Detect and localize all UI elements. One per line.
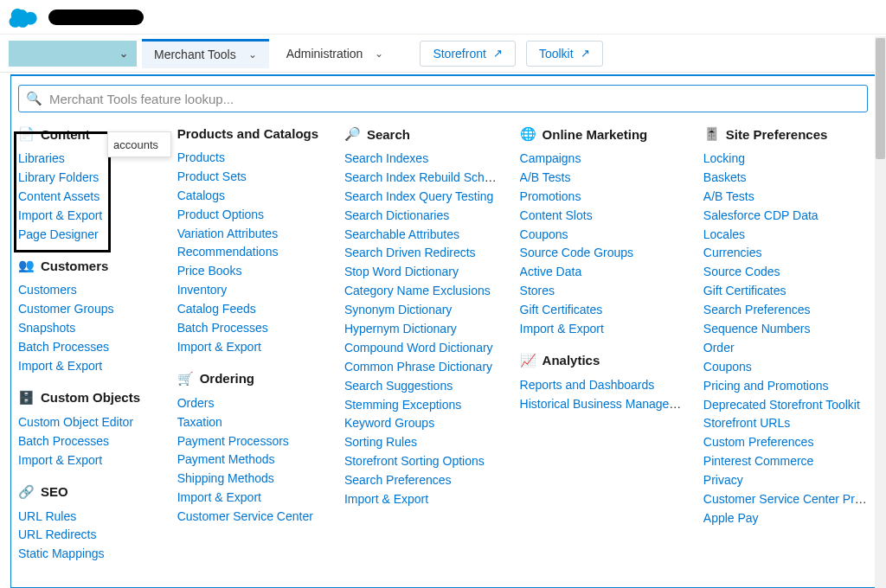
menu-link[interactable]: URL Rules xyxy=(18,509,76,523)
menu-link[interactable]: Searchable Attributes xyxy=(344,227,459,241)
menu-link[interactable]: Content Assets xyxy=(18,189,100,203)
menu-link[interactable]: Libraries xyxy=(18,151,65,165)
menu-link[interactable]: Import & Export xyxy=(18,208,102,222)
menu-link[interactable]: Pricing and Promotions xyxy=(703,379,829,393)
menu-link[interactable]: Privacy xyxy=(703,473,743,487)
menu-link[interactable]: Orders xyxy=(177,396,215,410)
menu-link[interactable]: Pinterest Commerce xyxy=(703,454,814,468)
menu-link[interactable]: Catalog Feeds xyxy=(177,302,256,316)
menu-link[interactable]: Price Books xyxy=(177,264,242,278)
menu-link[interactable]: Hypernym Dictionary xyxy=(344,322,457,336)
menu-link[interactable]: Reports and Dashboards xyxy=(520,378,655,392)
tab-administration[interactable]: Administration ⌄ xyxy=(274,39,396,68)
menu-link[interactable]: Customer Groups xyxy=(18,302,113,316)
menu-link[interactable]: Search Index Query Testing xyxy=(344,189,494,203)
menu-link[interactable]: Products xyxy=(177,150,225,164)
menu-link[interactable]: Search Preferences xyxy=(703,303,811,316)
menu-link[interactable]: Salesforce CDP Data xyxy=(703,208,819,222)
menu-link[interactable]: Product Sets xyxy=(177,169,247,183)
menu-link[interactable]: Search Dictionaries xyxy=(344,208,449,222)
menu-link[interactable]: Inventory xyxy=(177,283,228,297)
site-selector[interactable]: ⌄ xyxy=(9,41,137,67)
menu-link[interactable]: Apple Pay xyxy=(703,511,759,525)
menu-link[interactable]: Search Indexes xyxy=(344,151,428,165)
menu-link[interactable]: Promotions xyxy=(520,189,581,203)
menu-link[interactable]: Storefront Sorting Options xyxy=(344,454,485,468)
list-item: Orders xyxy=(177,395,325,412)
menu-link[interactable]: Batch Processes xyxy=(177,321,268,335)
list-item: Privacy xyxy=(703,472,868,489)
menu-link[interactable]: Custom Object Editor xyxy=(18,415,133,429)
section-ordering: 🛒Ordering OrdersTaxationPayment Processo… xyxy=(177,371,325,525)
menu-link[interactable]: Customer Service Center xyxy=(177,509,313,523)
list-item: Snapshots xyxy=(18,320,158,336)
menu-link[interactable]: Page Designer xyxy=(18,227,99,241)
menu-link[interactable]: Currencies xyxy=(703,246,762,259)
menu-link[interactable]: Gift Certificates xyxy=(703,284,786,297)
menu-link[interactable]: Import & Export xyxy=(520,322,604,336)
org-name-redacted xyxy=(48,10,144,25)
menu-link[interactable]: Customers xyxy=(18,283,77,297)
menu-link[interactable]: Search Driven Redirects xyxy=(344,246,476,259)
menu-link[interactable]: Source Codes xyxy=(703,265,780,278)
menu-link[interactable]: Import & Export xyxy=(18,453,102,467)
menu-link[interactable]: Campaigns xyxy=(520,151,581,165)
menu-link[interactable]: Sequence Numbers xyxy=(703,322,811,336)
menu-link[interactable]: Keyword Groups xyxy=(344,416,434,430)
scrollbar-thumb[interactable] xyxy=(876,38,885,159)
menu-link[interactable]: Storefront URLs xyxy=(703,416,790,430)
menu-link[interactable]: Source Code Groups xyxy=(520,246,634,259)
menu-link[interactable]: Import & Export xyxy=(177,340,261,354)
menu-link[interactable]: Search Suggestions xyxy=(344,379,453,393)
menu-link[interactable]: Custom Preferences xyxy=(703,435,814,449)
menu-link[interactable]: Payment Processors xyxy=(177,434,289,448)
menu-link[interactable]: Stemming Exceptions xyxy=(344,398,461,412)
menu-link[interactable]: Shipping Methods xyxy=(177,471,274,485)
menu-link[interactable]: Snapshots xyxy=(18,321,75,335)
menu-link[interactable]: Batch Processes xyxy=(18,340,109,354)
menu-link[interactable]: Catalogs xyxy=(177,189,225,202)
menu-link[interactable]: Common Phrase Dictionary xyxy=(344,360,492,374)
menu-link[interactable]: Static Mappings xyxy=(18,546,105,560)
menu-link[interactable]: Locales xyxy=(703,227,745,241)
menu-link[interactable]: Taxation xyxy=(177,415,222,429)
menu-link[interactable]: Import & Export xyxy=(18,359,102,373)
menu-link[interactable]: Content Slots xyxy=(520,208,593,222)
vertical-scrollbar[interactable] xyxy=(875,36,886,588)
menu-link[interactable]: Order xyxy=(703,341,735,355)
menu-link[interactable]: Variation Attributes xyxy=(177,227,278,240)
menu-link[interactable]: Deprecated Storefront Toolkit xyxy=(703,398,860,412)
menu-link[interactable]: Search Index Rebuild Schedule xyxy=(344,170,501,184)
menu-link[interactable]: Synonym Dictionary xyxy=(344,303,453,316)
menu-link[interactable]: Sorting Rules xyxy=(344,435,417,449)
menu-link[interactable]: Locking xyxy=(703,151,745,165)
toolkit-button[interactable]: Toolkit ↗ xyxy=(526,41,603,67)
menu-link[interactable]: Stores xyxy=(520,284,555,297)
menu-link[interactable]: Payment Methods xyxy=(177,452,275,466)
menu-link[interactable]: Product Options xyxy=(177,208,264,221)
menu-link[interactable]: Coupons xyxy=(703,360,752,374)
menu-link[interactable]: URL Redirects xyxy=(18,527,97,541)
feature-search[interactable]: 🔍 xyxy=(18,85,868,112)
menu-link[interactable]: Coupons xyxy=(520,227,568,241)
menu-link[interactable]: Active Data xyxy=(520,265,582,278)
menu-link[interactable]: Batch Processes xyxy=(18,434,109,448)
menu-link[interactable]: Search Preferences xyxy=(344,473,452,487)
list-item: A/B Tests xyxy=(520,169,684,186)
menu-link[interactable]: Compound Word Dictionary xyxy=(344,341,493,355)
storefront-button[interactable]: Storefront ↗ xyxy=(420,41,515,67)
search-input[interactable] xyxy=(48,91,860,107)
menu-link[interactable]: A/B Tests xyxy=(520,170,571,184)
tab-merchant-tools[interactable]: Merchant Tools ⌄ xyxy=(142,39,269,68)
menu-link[interactable]: Category Name Exclusions xyxy=(344,284,491,297)
menu-link[interactable]: A/B Tests xyxy=(703,189,754,203)
menu-link[interactable]: Import & Export xyxy=(344,492,428,506)
menu-link[interactable]: Customer Service Center Preferen... xyxy=(703,492,868,506)
menu-link[interactable]: Import & Export xyxy=(177,490,261,504)
menu-link[interactable]: Recommendations xyxy=(177,245,279,259)
menu-link[interactable]: Gift Certificates xyxy=(520,303,603,316)
menu-link[interactable]: Stop Word Dictionary xyxy=(344,265,459,278)
menu-link[interactable]: Baskets xyxy=(703,170,747,184)
menu-link[interactable]: Library Folders xyxy=(18,170,99,184)
menu-link[interactable]: Historical Business Manager Repo... xyxy=(520,397,684,411)
